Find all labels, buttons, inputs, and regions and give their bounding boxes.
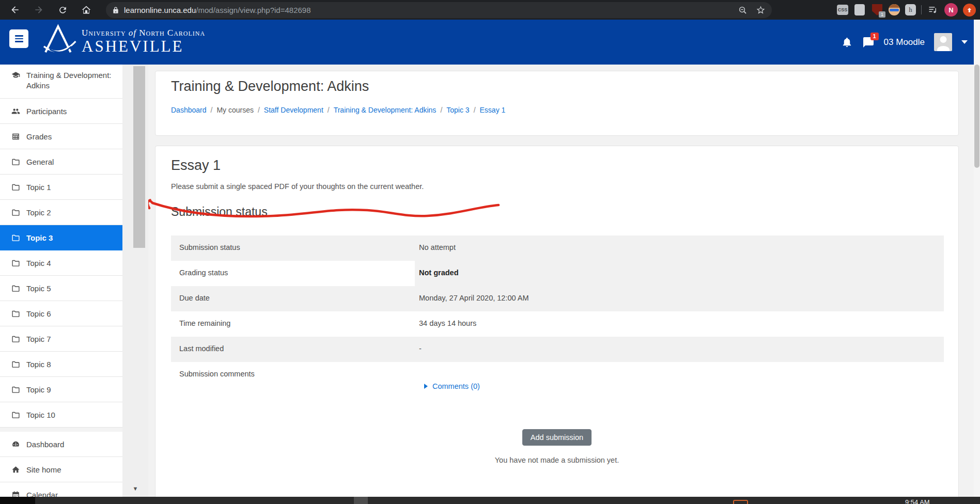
user-name[interactable]: 03 Moodle — [884, 37, 925, 48]
sidebar-item-topic-2[interactable]: Topic 2 — [0, 200, 122, 225]
extensions-row: CSS 1 h N — [837, 0, 980, 20]
folder-icon — [11, 309, 21, 318]
sidebar-item-label: Training & Development: Adkins — [26, 70, 122, 91]
reading-list-icon[interactable] — [927, 4, 939, 16]
sidebar-item-training-development-adkins[interactable]: Training & Development: Adkins — [0, 65, 122, 99]
user-menu-caret-icon[interactable] — [961, 40, 968, 44]
sidebar-item-topic-10[interactable]: Topic 10 — [0, 402, 122, 428]
grid-icon — [11, 132, 21, 141]
status-row-label: Time remaining — [171, 311, 415, 337]
page-scrollbar-thumb[interactable] — [974, 65, 979, 168]
sidebar-item-label: Topic 5 — [26, 284, 51, 293]
browser-profile-avatar[interactable]: N — [944, 3, 958, 17]
breadcrumb-dashboard[interactable]: Dashboard — [171, 106, 207, 114]
taskbar-clock: 9:54 AM — [905, 498, 930, 504]
assignment-description: Please submit a single spaced PDF of you… — [171, 182, 943, 191]
sidebar-item-dashboard[interactable]: Dashboard — [0, 432, 122, 457]
folder-icon — [11, 411, 21, 419]
messages-icon[interactable]: 1 — [862, 36, 875, 49]
breadcrumb-separator: / — [211, 106, 213, 114]
user-avatar[interactable] — [934, 33, 952, 51]
breadcrumb-essay-1[interactable]: Essay 1 — [480, 106, 506, 114]
sidebar-item-label: Topic 8 — [26, 360, 51, 369]
sidebar-item-label: Topic 3 — [26, 233, 53, 242]
status-row-label: Grading status — [171, 261, 415, 286]
url-bar[interactable]: learnonline.unca.edu/mod/assign/view.php… — [106, 2, 772, 18]
status-row-value: Comments (0) — [415, 362, 944, 408]
sidebar-item-label: Topic 9 — [26, 385, 51, 394]
sidebar-item-general[interactable]: General — [0, 149, 122, 175]
sidebar-item-topic-6[interactable]: Topic 6 — [0, 301, 122, 326]
drawer-scrollbar: ▼ — [122, 65, 148, 497]
breadcrumb-my-courses: My courses — [216, 106, 254, 114]
sidebar-item-label: Grades — [26, 132, 52, 141]
home-icon — [11, 465, 21, 474]
bookmark-star-icon[interactable] — [756, 5, 766, 15]
sidebar-item-site-home[interactable]: Site home — [0, 457, 122, 482]
submission-status-table: Submission statusNo attemptGrading statu… — [171, 235, 944, 408]
avatar-extension-icon[interactable] — [889, 4, 900, 15]
status-row-label: Last modified — [171, 337, 415, 362]
add-submission-button[interactable]: Add submission — [522, 429, 592, 446]
breadcrumb-training-development-adkins[interactable]: Training & Development: Adkins — [334, 106, 437, 114]
menu-toggle-button[interactable] — [9, 29, 28, 48]
sidebar-item-topic-9[interactable]: Topic 9 — [0, 377, 122, 402]
back-icon[interactable] — [6, 1, 24, 19]
status-row-value: No attempt — [415, 235, 944, 261]
notifications-bell-icon[interactable] — [841, 36, 853, 48]
course-header-card: Training & Development: Adkins Dashboard… — [155, 71, 959, 136]
breadcrumb-separator: / — [258, 106, 260, 114]
taskbar-corner — [0, 497, 35, 504]
taskbar: 9:54 AM — [0, 497, 980, 504]
breadcrumb-topic-3[interactable]: Topic 3 — [446, 106, 469, 114]
folder-icon — [11, 284, 21, 293]
sidebar-item-label: Topic 7 — [26, 335, 51, 343]
taskbar-app-icon[interactable] — [354, 497, 368, 504]
sidebar-item-topic-7[interactable]: Topic 7 — [0, 326, 122, 352]
screen: learnonline.unca.edu/mod/assign/view.php… — [0, 0, 980, 504]
unca-logo[interactable]: University of North Carolina ASHEVILLE — [41, 23, 205, 61]
h-extension-icon[interactable]: h — [905, 4, 916, 15]
forward-icon[interactable] — [30, 1, 48, 19]
status-row-submission-status: Submission statusNo attempt — [171, 235, 944, 261]
zoom-out-icon[interactable] — [738, 6, 748, 15]
drawer-scrollbar-thumb[interactable] — [133, 66, 145, 248]
sidebar-item-topic-4[interactable]: Topic 4 — [0, 250, 122, 276]
comments-link[interactable]: Comments (0) — [424, 382, 480, 390]
status-row-submission-comments: Submission commentsComments (0) — [171, 362, 944, 408]
ublock-extension-icon[interactable]: 1 — [871, 4, 883, 16]
sidebar-item-topic-3[interactable]: Topic 3 — [0, 225, 122, 250]
sidebar-item-participants[interactable]: Participants — [0, 99, 122, 124]
status-row-value: 34 days 14 hours — [415, 311, 944, 337]
drawer-scrollbar-down-arrow[interactable]: ▼ — [122, 485, 148, 492]
status-row-value: Monday, 27 April 2020, 12:00 AM — [415, 286, 944, 311]
breadcrumb-separator: / — [474, 106, 476, 114]
sidebar-item-label: Topic 4 — [26, 259, 51, 267]
submission-status-heading: Submission status — [171, 205, 943, 219]
assignment-card: Essay 1 Please submit a single spaced PD… — [155, 146, 959, 497]
status-row-time-remaining: Time remaining34 days 14 hours — [171, 311, 944, 337]
css-extension-icon[interactable]: CSS — [837, 5, 848, 15]
comments-link-label: Comments (0) — [432, 382, 480, 390]
folder-icon — [11, 259, 21, 267]
sidebar-item-grades[interactable]: Grades — [0, 124, 122, 149]
logo-line2: ASHEVILLE — [82, 37, 205, 56]
sidebar-item-calendar[interactable]: Calendar — [0, 482, 122, 497]
sidebar-item-topic-1[interactable]: Topic 1 — [0, 175, 122, 200]
logo-line1: University of North Carolina — [82, 28, 205, 38]
folder-icon — [11, 158, 21, 166]
sidebar-item-topic-5[interactable]: Topic 5 — [0, 276, 122, 301]
folder-icon — [11, 385, 21, 394]
home-icon[interactable] — [77, 1, 95, 19]
sidebar-item-label: Dashboard — [26, 440, 64, 449]
taskbar-orange-icon[interactable] — [733, 500, 748, 504]
site-header: University of North Carolina ASHEVILLE 1… — [0, 20, 980, 65]
breadcrumb-staff-development[interactable]: Staff Development — [264, 106, 323, 114]
sidebar-item-label: Topic 10 — [26, 411, 55, 419]
reload-icon[interactable] — [54, 1, 71, 19]
status-row-label: Due date — [171, 286, 415, 311]
sidebar-item-topic-8[interactable]: Topic 8 — [0, 352, 122, 377]
package-extension-icon[interactable] — [853, 4, 866, 16]
browser-update-icon[interactable] — [963, 4, 976, 17]
sidebar-item-label: Participants — [26, 107, 67, 116]
